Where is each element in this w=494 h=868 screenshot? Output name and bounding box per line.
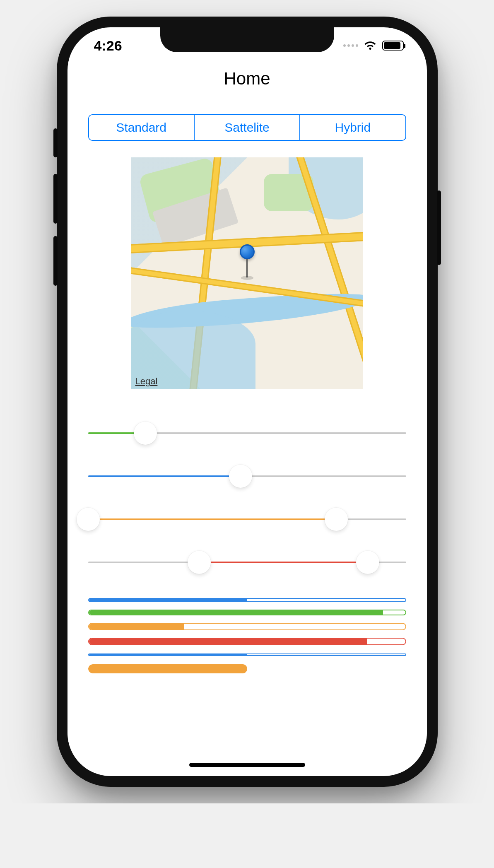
progress-bar-5	[88, 653, 406, 656]
segment-standard[interactable]: Standard	[89, 115, 195, 140]
home-indicator[interactable]	[189, 763, 305, 767]
slider-thumb[interactable]	[134, 422, 157, 445]
progress-bar-4	[88, 638, 406, 645]
progress-bar-1	[88, 598, 406, 602]
slider-thumb[interactable]	[229, 465, 252, 488]
screen: 4:26 Home Standard Sattelite	[67, 27, 427, 776]
slider-thumb-low[interactable]	[188, 551, 211, 574]
slider-1[interactable]	[88, 422, 406, 444]
slider-2[interactable]	[88, 465, 406, 487]
device-notch	[160, 27, 334, 52]
status-time: 4:26	[94, 38, 122, 54]
map-legal-link[interactable]: Legal	[135, 376, 158, 387]
device-frame: 4:26 Home Standard Sattelite	[57, 17, 438, 787]
progress-section	[88, 598, 406, 673]
device-side-button	[53, 236, 58, 286]
map-type-segmented-control[interactable]: Standard Sattelite Hybrid	[88, 114, 406, 141]
slider-3[interactable]	[88, 509, 406, 530]
battery-icon	[382, 41, 404, 51]
segment-hybrid[interactable]: Hybrid	[300, 115, 405, 140]
device-side-button	[53, 174, 58, 224]
content: Standard Sattelite Hybrid	[67, 114, 427, 776]
slider-thumb-high[interactable]	[356, 551, 379, 574]
progress-bar-3	[88, 623, 406, 630]
slider-thumb-low[interactable]	[77, 508, 100, 531]
status-right	[343, 41, 404, 51]
sliders-section	[88, 422, 406, 573]
map-view[interactable]: Legal	[131, 157, 363, 389]
slider-thumb-high[interactable]	[325, 508, 348, 531]
wifi-icon	[363, 41, 377, 51]
slider-4[interactable]	[88, 552, 406, 573]
progress-bar-6	[88, 664, 406, 673]
device-side-button	[53, 128, 58, 157]
progress-bar-2	[88, 610, 406, 615]
segment-satellite[interactable]: Sattelite	[195, 115, 300, 140]
device-side-button	[437, 190, 441, 265]
map-pin-icon[interactable]	[240, 244, 255, 280]
cellular-icon	[343, 44, 358, 47]
page-title: Home	[67, 69, 427, 89]
